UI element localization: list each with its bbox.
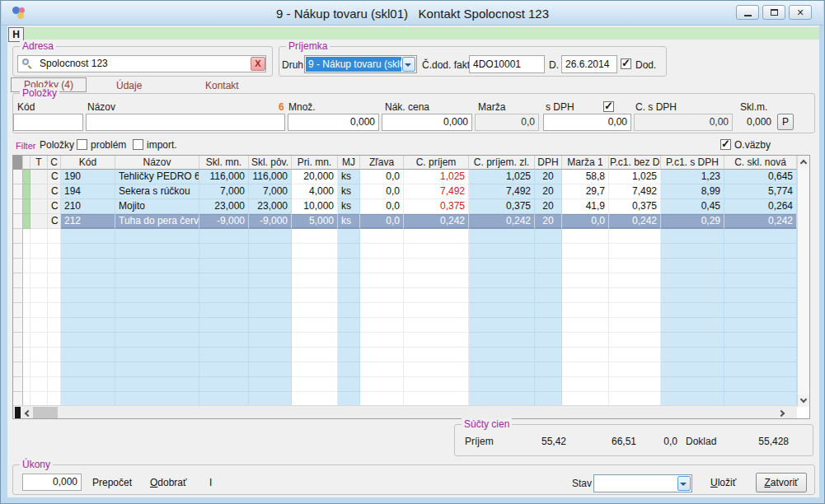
table-cell[interactable]: 10,000 — [292, 199, 338, 214]
table-cell[interactable]: 4,000 — [292, 184, 338, 199]
table-cell[interactable]: 5,774 — [724, 184, 797, 199]
table-cell[interactable]: 20 — [535, 170, 562, 184]
column-header-P.c1. s DPH[interactable]: P.c1. s DPH — [661, 156, 724, 170]
close-button[interactable]: ✕ — [789, 5, 812, 20]
table-cell[interactable]: 0,0 — [360, 214, 404, 229]
column-header-C. príjem. zl.[interactable]: C. príjem. zl. — [469, 156, 535, 170]
column-header-C. skl. nová[interactable]: C. skl. nová — [724, 156, 797, 170]
nazov-input[interactable] — [86, 114, 285, 131]
tab-udaje[interactable]: Údaje — [116, 80, 142, 91]
table-cell[interactable]: 0,375 — [469, 199, 535, 214]
maximize-button[interactable] — [762, 5, 785, 20]
druh-select[interactable]: 9 - Nákup tovaru (skl01) — [304, 55, 417, 73]
table-cell[interactable]: 0,0 — [360, 184, 404, 199]
table-cell[interactable] — [23, 184, 30, 199]
table-cell[interactable]: 1,025 — [609, 170, 661, 184]
horizontal-scrollbar[interactable] — [13, 405, 797, 418]
table-cell[interactable]: 20 — [535, 199, 562, 214]
row-marker[interactable] — [13, 184, 23, 199]
table-cell[interactable]: C — [48, 170, 61, 184]
table-cell[interactable]: C — [48, 214, 61, 229]
odobrat-button[interactable]: Odobrať — [150, 477, 187, 488]
nak-cena-input[interactable]: 0,000 — [382, 114, 472, 131]
table-cell[interactable]: 0,242 — [404, 214, 469, 229]
table-cell[interactable]: 0,0 — [360, 170, 404, 184]
table-row[interactable]: C212Tuha do pera červená-9,000-9,0005,00… — [13, 214, 809, 229]
table-cell[interactable]: 20,000 — [292, 170, 338, 184]
table-cell[interactable]: 190 — [61, 170, 115, 184]
table-cell[interactable]: Sekera s rúčkou — [115, 184, 199, 199]
stav-dropdown-button[interactable] — [677, 476, 691, 491]
table-cell[interactable]: 210 — [61, 199, 115, 214]
table-cell[interactable]: 7,492 — [609, 184, 661, 199]
title-bar[interactable]: 9 - Nákup tovaru (skl01) Kontakt Spolocn… — [2, 1, 823, 26]
column-header-Marža 1[interactable]: Marža 1 — [562, 156, 609, 170]
column-header-T[interactable]: T — [30, 156, 48, 170]
table-cell[interactable]: ks — [338, 199, 360, 214]
ovazby-checkbox[interactable] — [720, 139, 731, 150]
column-header-Kód[interactable]: Kód — [61, 156, 115, 170]
problem-checkbox[interactable] — [77, 139, 87, 150]
column-header-Skl. pôv.[interactable]: Skl. pôv. — [249, 156, 292, 170]
table-cell[interactable]: 0,45 — [661, 199, 724, 214]
table-cell[interactable]: 58,8 — [562, 170, 609, 184]
table-cell[interactable]: 23,000 — [249, 199, 292, 214]
table-cell[interactable]: -9,000 — [249, 214, 292, 229]
column-header-Pri. mn.[interactable]: Pri. mn. — [292, 156, 338, 170]
ulozit-button[interactable]: Uložiť — [710, 477, 736, 488]
table-row[interactable]: C210Mojito23,00023,00010,000ks0,00,3750,… — [13, 199, 809, 214]
table-cell[interactable]: -9,000 — [199, 214, 249, 229]
column-header-P.c1. bez DPH[interactable]: P.c1. bez DPH — [609, 156, 661, 170]
table-cell[interactable] — [30, 184, 48, 199]
table-cell[interactable]: C — [48, 199, 61, 214]
zatvorit-button[interactable]: Zatvoriť — [756, 473, 807, 492]
column-header[interactable] — [13, 156, 23, 170]
table-cell[interactable]: 0,0 — [562, 214, 609, 229]
invoice-number-input[interactable]: 4DO10001 — [469, 55, 545, 73]
table-cell[interactable]: 5,000 — [292, 214, 338, 229]
table-cell[interactable]: 1,23 — [661, 170, 724, 184]
column-header-DPH[interactable]: DPH — [535, 156, 562, 170]
clear-address-button[interactable]: X — [251, 57, 265, 71]
table-cell[interactable]: Tehličky PEDRO 6*7,5 — [115, 170, 199, 184]
table-cell[interactable] — [30, 214, 48, 229]
table-cell[interactable]: C — [48, 184, 61, 199]
sdph-input[interactable]: 0,00 — [543, 114, 631, 131]
sdph-checkbox[interactable] — [603, 101, 614, 112]
table-cell[interactable]: 116,000 — [249, 170, 292, 184]
table-cell[interactable]: 7,000 — [249, 184, 292, 199]
kod-input[interactable] — [13, 114, 83, 131]
row-marker[interactable] — [13, 214, 23, 229]
table-cell[interactable]: 0,0 — [360, 199, 404, 214]
table-cell[interactable]: 23,000 — [199, 199, 249, 214]
ukony-amount-input[interactable]: 0,000 — [22, 474, 82, 491]
column-header-C[interactable]: C — [48, 156, 61, 170]
table-cell[interactable]: 41,9 — [562, 199, 609, 214]
table-cell[interactable]: 29,7 — [562, 184, 609, 199]
table-cell[interactable]: 8,99 — [661, 184, 724, 199]
scroll-up-button[interactable] — [798, 156, 810, 168]
table-cell[interactable]: 116,000 — [199, 170, 249, 184]
scroll-down-button[interactable] — [798, 394, 810, 407]
row-marker[interactable] — [13, 170, 23, 184]
table-cell[interactable] — [23, 214, 30, 229]
table-row[interactable]: C194Sekera s rúčkou7,0007,0004,000ks0,07… — [13, 184, 809, 199]
p-button[interactable]: P — [777, 114, 794, 130]
table-cell[interactable]: 0,242 — [724, 214, 797, 229]
table-cell[interactable] — [23, 170, 30, 184]
table-cell[interactable]: 194 — [61, 184, 115, 199]
stav-select[interactable] — [593, 474, 692, 492]
table-cell[interactable]: 7,492 — [469, 184, 535, 199]
table-cell[interactable]: ks — [338, 184, 360, 199]
marza-input[interactable]: 0,0 — [475, 114, 539, 131]
table-cell[interactable]: Mojito — [115, 199, 199, 214]
table-cell[interactable]: 0,29 — [661, 214, 724, 229]
i-button[interactable]: I — [209, 477, 212, 488]
column-header-Zľava[interactable]: Zľava — [360, 156, 404, 170]
table-cell[interactable]: 0,645 — [724, 170, 797, 184]
table-cell[interactable]: 0,264 — [724, 199, 797, 214]
vertical-scrollbar[interactable] — [797, 156, 809, 407]
tab-kontakt[interactable]: Kontakt — [205, 80, 239, 91]
splitter-handle[interactable] — [15, 407, 21, 418]
scrollbar-thumb[interactable] — [33, 407, 58, 418]
